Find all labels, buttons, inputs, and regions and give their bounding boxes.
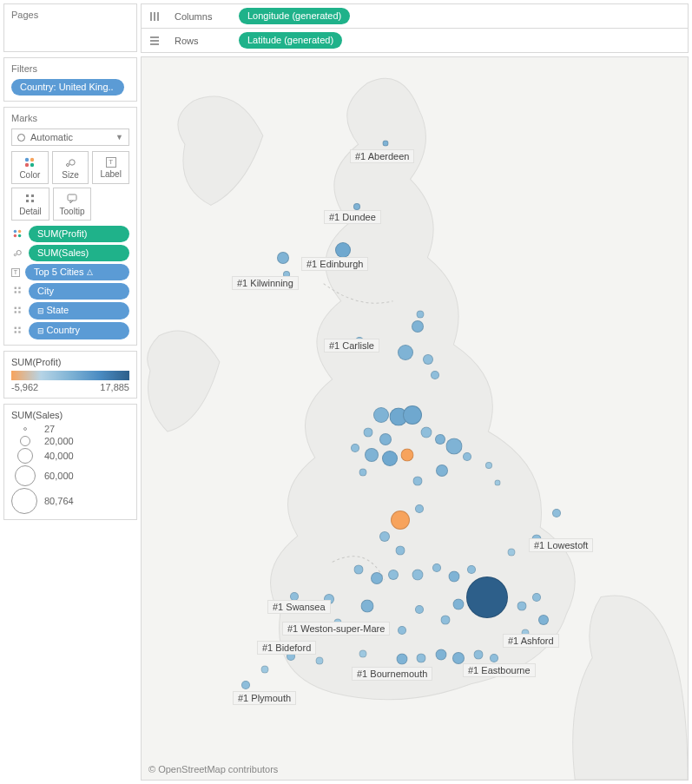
map-dot[interactable]: [365, 448, 379, 462]
profit-max: 17,885: [100, 382, 129, 392]
map-dot[interactable]: [417, 654, 426, 663]
pill-state[interactable]: ⊟ State: [29, 302, 129, 320]
map-dot[interactable]: [508, 549, 516, 557]
map-dot[interactable]: [398, 626, 406, 635]
pill-top5[interactable]: Top 5 Cities△: [25, 264, 129, 280]
svg-rect-6: [26, 194, 29, 197]
map-dot[interactable]: [532, 593, 541, 602]
field-row-country[interactable]: ⊟ Country: [11, 322, 129, 339]
map-dot[interactable]: [432, 563, 441, 572]
map-dot[interactable]: [373, 407, 389, 423]
filters-title: Filters: [11, 63, 129, 74]
map-dot[interactable]: [388, 570, 399, 580]
map-dot[interactable]: [452, 652, 465, 664]
map-dot[interactable]: [359, 650, 367, 658]
map-dot[interactable]: [436, 649, 447, 661]
map-dot[interactable]: [354, 565, 364, 575]
pill-sales[interactable]: SUM(Sales): [29, 245, 129, 261]
map-dot[interactable]: [403, 405, 422, 425]
svg-rect-17: [14, 287, 16, 289]
map-dot[interactable]: [364, 428, 373, 438]
map-dot[interactable]: [436, 464, 448, 477]
map-dot[interactable]: [413, 477, 423, 486]
map-dot[interactable]: [353, 203, 360, 210]
city-label: #1 Plymouth: [233, 691, 296, 705]
color-gradient[interactable]: [11, 371, 129, 380]
columns-pill[interactable]: Longitude (generated): [239, 8, 350, 24]
color-icon: [23, 156, 36, 168]
field-row-profit[interactable]: SUM(Profit): [11, 226, 129, 242]
map-dot[interactable]: [538, 615, 549, 625]
map-dot[interactable]: [261, 666, 269, 674]
map-dot[interactable]: [241, 681, 250, 689]
map-dot[interactable]: [316, 657, 324, 665]
color-button[interactable]: Color: [11, 151, 49, 184]
map-dot[interactable]: [449, 571, 460, 583]
filter-pill-country[interactable]: Country: United King..: [11, 79, 124, 96]
pill-city[interactable]: City: [29, 283, 129, 300]
map-dot[interactable]: [383, 141, 389, 147]
pill-profit[interactable]: SUM(Profit): [29, 226, 129, 242]
map-dot[interactable]: [423, 354, 433, 365]
map-dot[interactable]: [435, 434, 445, 445]
map-dot[interactable]: [412, 320, 424, 333]
size-dot-2: [20, 436, 30, 446]
field-row-city[interactable]: City: [11, 283, 129, 300]
city-label: #1 Aberdeen: [350, 149, 414, 163]
map-dot[interactable]: [401, 449, 414, 462]
map-dot[interactable]: [397, 654, 408, 665]
map-dot[interactable]: [485, 462, 492, 469]
map-dot[interactable]: [398, 345, 413, 360]
field-row-top5[interactable]: T Top 5 Cities△: [11, 264, 129, 280]
map-dot[interactable]: [412, 570, 424, 581]
size-button[interactable]: Size: [52, 151, 89, 184]
size-val-4: 60,000: [44, 471, 74, 481]
map-dot[interactable]: [415, 504, 424, 513]
columns-shelf[interactable]: Columns Longitude (generated): [141, 3, 689, 28]
label-button[interactable]: T Label: [92, 151, 129, 184]
rows-label: Rows: [175, 36, 225, 46]
map-dot[interactable]: [351, 444, 359, 452]
rows-pill[interactable]: Latitude (generated): [239, 32, 342, 49]
map-dot[interactable]: [277, 252, 289, 264]
map-dot[interactable]: [361, 600, 374, 613]
size-assign-icon: [11, 247, 23, 260]
map-dot[interactable]: [382, 451, 398, 466]
map-dot[interactable]: [463, 452, 471, 461]
city-label: #1 Edinburgh: [301, 257, 368, 271]
marks-type-dropdown[interactable]: Automatic ▼: [11, 128, 129, 146]
map-dot[interactable]: [415, 605, 424, 614]
size-val-1: 27: [44, 424, 55, 434]
map-dot[interactable]: [417, 311, 425, 319]
map-dot[interactable]: [495, 480, 501, 486]
pill-country[interactable]: ⊟ Country: [29, 322, 129, 339]
map-dot[interactable]: [371, 572, 383, 584]
map-dot[interactable]: [441, 616, 451, 625]
map-dot[interactable]: [490, 654, 498, 662]
map-dot[interactable]: [517, 602, 527, 611]
map-dot[interactable]: [379, 433, 392, 445]
rows-shelf[interactable]: Rows Latitude (generated): [141, 28, 689, 53]
map-dot[interactable]: [453, 599, 465, 610]
map-viz[interactable]: #1 Aberdeen #1 Dundee #1 Edinburgh #1 Ki…: [141, 56, 689, 781]
map-dot[interactable]: [431, 371, 439, 379]
map-dot[interactable]: [421, 427, 432, 438]
map-dot[interactable]: [474, 650, 484, 660]
svg-rect-34: [150, 43, 159, 45]
tooltip-button[interactable]: Tooltip: [53, 188, 91, 221]
detail-button[interactable]: Detail: [11, 188, 49, 221]
map-dot[interactable]: [467, 565, 476, 574]
map-dot[interactable]: [391, 511, 410, 530]
map-dot[interactable]: [552, 509, 561, 517]
map-dot[interactable]: [379, 531, 390, 542]
marks-type-value: Automatic: [30, 132, 73, 142]
size-dot-5: [11, 488, 37, 514]
label-icon: T: [106, 157, 116, 168]
field-row-state[interactable]: ⊟ State: [11, 302, 129, 320]
field-row-sales[interactable]: SUM(Sales): [11, 245, 129, 261]
map-dot-london[interactable]: [466, 576, 508, 618]
map-dot[interactable]: [396, 546, 405, 556]
map-dot[interactable]: [359, 469, 367, 477]
map-dot[interactable]: [335, 242, 351, 258]
map-dot[interactable]: [446, 438, 463, 455]
